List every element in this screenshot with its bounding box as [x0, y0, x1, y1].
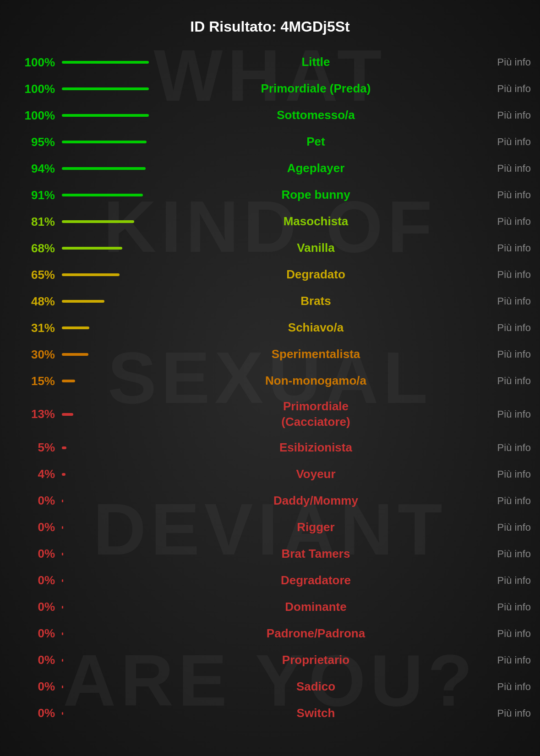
role-label[interactable]: Degradatore	[156, 573, 476, 588]
bar-container	[55, 194, 156, 196]
bar-container	[55, 446, 156, 449]
result-row: 13% Primordiale(Cacciatore) Più info	[0, 394, 540, 435]
more-info-link[interactable]: Più info	[476, 136, 531, 148]
result-row: 0% Rigger Più info	[0, 514, 540, 541]
percentage: 91%	[9, 188, 55, 202]
percentage: 100%	[9, 82, 55, 96]
more-info-link[interactable]: Più info	[476, 495, 531, 507]
role-label[interactable]: Vanilla	[156, 240, 476, 256]
role-label[interactable]: Sadico	[156, 679, 476, 695]
role-label[interactable]: Ageplayer	[156, 161, 476, 176]
result-row: 94% Ageplayer Più info	[0, 155, 540, 182]
progress-bar	[62, 141, 147, 143]
progress-bar	[62, 220, 134, 223]
result-row: 30% Sperimentalista Più info	[0, 341, 540, 368]
percentage: 48%	[9, 294, 55, 309]
role-label[interactable]: Switch	[156, 706, 476, 721]
more-info-link[interactable]: Più info	[476, 375, 531, 387]
more-info-link[interactable]: Più info	[476, 408, 531, 420]
more-info-link[interactable]: Più info	[476, 707, 531, 719]
role-label[interactable]: Primordiale(Cacciatore)	[156, 399, 476, 430]
role-label[interactable]: Degradato	[156, 267, 476, 283]
more-info-link[interactable]: Più info	[476, 681, 531, 693]
progress-bar	[62, 353, 88, 356]
progress-bar	[62, 61, 149, 64]
role-label[interactable]: Daddy/Mommy	[156, 493, 476, 509]
role-label[interactable]: Padrone/Padrona	[156, 626, 476, 642]
role-label[interactable]: Dominante	[156, 599, 476, 615]
result-row: 0% Brat Tamers Più info	[0, 541, 540, 567]
more-info-link[interactable]: Più info	[476, 348, 531, 360]
percentage: 13%	[9, 407, 55, 421]
percentage: 0%	[9, 626, 55, 641]
role-label[interactable]: Esibizionista	[156, 440, 476, 456]
role-label[interactable]: Pet	[156, 134, 476, 150]
progress-bar	[62, 526, 63, 529]
percentage: 15%	[9, 374, 55, 388]
more-info-link[interactable]: Più info	[476, 83, 531, 95]
progress-bar	[62, 273, 120, 276]
more-info-link[interactable]: Più info	[476, 522, 531, 533]
more-info-link[interactable]: Più info	[476, 242, 531, 254]
bar-container	[55, 247, 156, 250]
more-info-link[interactable]: Più info	[476, 575, 531, 587]
bar-container	[55, 220, 156, 223]
percentage: 68%	[9, 241, 55, 256]
more-info-link[interactable]: Più info	[476, 163, 531, 174]
progress-bar	[62, 326, 89, 329]
bar-container	[55, 61, 156, 64]
role-label[interactable]: Rope bunny	[156, 187, 476, 203]
more-info-link[interactable]: Più info	[476, 601, 531, 613]
more-info-link[interactable]: Più info	[476, 468, 531, 480]
more-info-link[interactable]: Più info	[476, 295, 531, 307]
progress-bar	[62, 685, 63, 688]
more-info-link[interactable]: Più info	[476, 322, 531, 334]
bar-container	[55, 632, 156, 635]
result-row: 0% Sadico Più info	[0, 674, 540, 700]
result-row: 81% Masochista Più info	[0, 208, 540, 235]
role-label[interactable]: Voyeur	[156, 467, 476, 482]
bar-container	[55, 413, 156, 416]
role-label[interactable]: Schiavo/a	[156, 320, 476, 336]
more-info-link[interactable]: Più info	[476, 548, 531, 560]
more-info-link[interactable]: Più info	[476, 442, 531, 454]
percentage: 30%	[9, 348, 55, 362]
progress-bar	[62, 659, 63, 662]
more-info-link[interactable]: Più info	[476, 189, 531, 201]
role-label[interactable]: Proprietario	[156, 653, 476, 668]
role-label[interactable]: Brat Tamers	[156, 546, 476, 562]
more-info-link[interactable]: Più info	[476, 269, 531, 281]
result-row: 31% Schiavo/a Più info	[0, 315, 540, 341]
progress-bar	[62, 300, 104, 303]
bar-container	[55, 606, 156, 609]
progress-bar	[62, 500, 63, 502]
role-label[interactable]: Masochista	[156, 214, 476, 229]
more-info-link[interactable]: Più info	[476, 109, 531, 121]
role-label[interactable]: Brats	[156, 294, 476, 309]
progress-bar	[62, 167, 146, 170]
bar-container	[55, 87, 156, 90]
percentage: 5%	[9, 441, 55, 455]
percentage: 0%	[9, 573, 55, 587]
bar-container	[55, 114, 156, 117]
progress-bar	[62, 413, 73, 416]
more-info-link[interactable]: Più info	[476, 654, 531, 666]
result-row: 0% Degradatore Più info	[0, 567, 540, 594]
result-row: 91% Rope bunny Più info	[0, 182, 540, 208]
percentage: 95%	[9, 135, 55, 149]
more-info-link[interactable]: Più info	[476, 216, 531, 228]
role-label[interactable]: Sperimentalista	[156, 347, 476, 362]
role-label[interactable]: Rigger	[156, 520, 476, 535]
percentage: 4%	[9, 467, 55, 481]
role-label[interactable]: Little	[156, 54, 476, 70]
result-row: 95% Pet Più info	[0, 129, 540, 155]
role-label[interactable]: Non-monogamo/a	[156, 373, 476, 389]
percentage: 0%	[9, 600, 55, 614]
more-info-link[interactable]: Più info	[476, 56, 531, 68]
role-label[interactable]: Sottomesso/a	[156, 108, 476, 123]
percentage: 100%	[9, 109, 55, 123]
bar-container	[55, 500, 156, 502]
more-info-link[interactable]: Più info	[476, 628, 531, 640]
bar-container	[55, 685, 156, 688]
role-label[interactable]: Primordiale (Preda)	[156, 81, 476, 97]
